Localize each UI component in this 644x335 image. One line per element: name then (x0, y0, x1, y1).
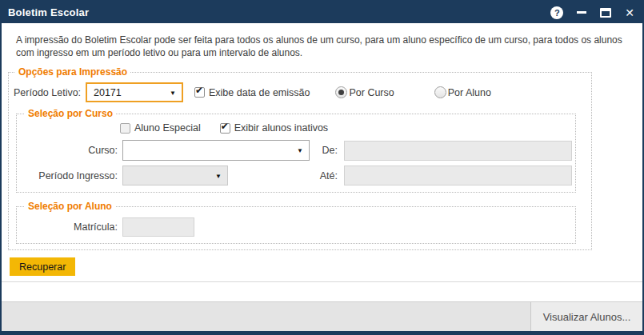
curso-row: Curso: ▼ De: (23, 140, 575, 161)
por-curso-label[interactable]: Por Curso (349, 87, 394, 98)
titlebar: Boletim Escolar ? ✕ (2, 2, 642, 23)
chevron-down-icon: ▼ (215, 172, 222, 179)
periodo-ingresso-row: Período Ingresso: ▼ Até: (23, 166, 575, 185)
exibe-data-emissao-checkbox[interactable]: ✔ (194, 87, 205, 98)
aluno-especial-checkbox[interactable]: ✔ (120, 123, 130, 134)
description-text: A impressão do Boletim Escolar pode ser … (16, 34, 625, 59)
student-selection-group: Seleção por Aluno Matrícula: (16, 201, 576, 244)
student-selection-legend: Seleção por Aluno (25, 201, 115, 212)
periodo-ingresso-select: ▼ (122, 166, 228, 185)
course-checkbox-row: ✔ Aluno Especial ✔ Exibir alunos inativo… (23, 122, 575, 134)
periodo-letivo-select[interactable]: 20171 ▼ (86, 82, 183, 102)
chevron-down-icon: ▼ (297, 147, 303, 154)
boletim-escolar-dialog: Boletim Escolar ? ✕ A impressão do Bolet… (0, 0, 644, 335)
exibe-data-emissao-label[interactable]: Exibe data de emissão (209, 87, 310, 98)
recuperar-button[interactable]: Recuperar (10, 257, 75, 276)
periodo-letivo-label: Período Letivo: (14, 87, 81, 98)
check-icon: ✔ (221, 122, 229, 132)
matricula-label: Matrícula: (23, 221, 118, 233)
periodo-ingresso-label: Período Ingresso: (23, 170, 118, 181)
curso-label: Curso: (23, 145, 118, 156)
exibir-alunos-inativos-checkbox[interactable]: ✔ (220, 123, 230, 134)
ate-label: Até: (310, 170, 338, 181)
visualizar-alunos-button[interactable]: Visualizar Alunos... (530, 302, 642, 331)
matricula-input (122, 217, 194, 237)
de-input (344, 141, 572, 161)
por-curso-radio[interactable] (335, 86, 347, 98)
maximize-icon[interactable] (600, 8, 611, 18)
course-selection-group: Seleção por Curso ✔ Aluno Especial ✔ Exi… (16, 108, 576, 193)
ate-input (344, 166, 572, 185)
periodo-letivo-value: 20171 (94, 87, 122, 98)
por-aluno-radio[interactable] (434, 86, 446, 98)
dialog-title: Boletim Escolar (8, 6, 89, 18)
print-options-legend: Opções para Impressão (15, 66, 130, 78)
close-icon[interactable]: ✕ (625, 7, 634, 18)
divider (2, 281, 642, 282)
por-aluno-label[interactable]: Por Aluno (448, 87, 491, 98)
minimize-icon[interactable] (577, 11, 586, 14)
exibir-alunos-inativos-label[interactable]: Exibir alunos inativos (234, 122, 328, 134)
chevron-down-icon: ▼ (170, 89, 176, 96)
print-options-group: Opções para Impressão Período Letivo: 20… (8, 66, 592, 250)
dialog-content: A impressão do Boletim Escolar pode ser … (2, 23, 642, 331)
footer-bar: Visualizar Alunos... (2, 301, 642, 331)
check-icon: ✔ (195, 86, 203, 96)
periodo-letivo-row: Período Letivo: 20171 ▼ ✔ Exibe data de … (14, 82, 591, 102)
course-selection-legend: Seleção por Curso (25, 108, 116, 119)
matricula-row: Matrícula: (23, 217, 575, 237)
curso-select[interactable]: ▼ (122, 140, 310, 161)
de-label: De: (310, 145, 338, 156)
aluno-especial-label[interactable]: Aluno Especial (134, 122, 201, 134)
help-icon[interactable]: ? (550, 6, 563, 19)
